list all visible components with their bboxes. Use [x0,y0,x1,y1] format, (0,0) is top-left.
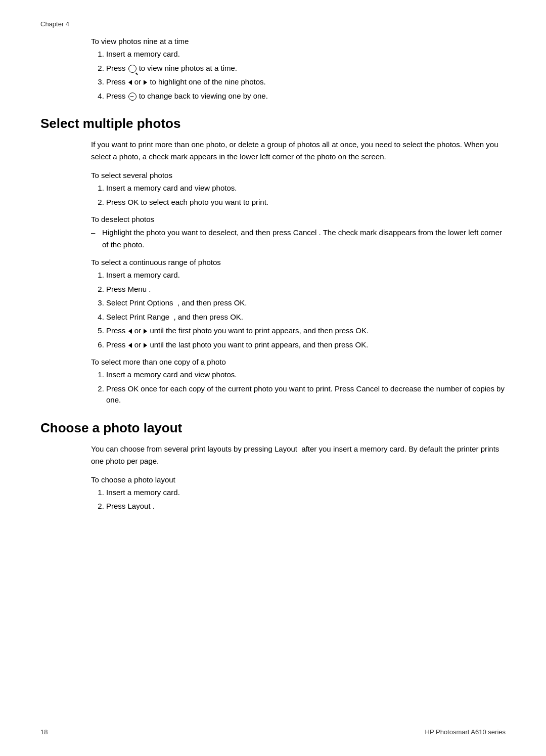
sub2-label: To deselect photos [91,215,506,224]
arrow-right-icon [144,329,147,334]
section1-heading: Select multiple photos [40,116,506,131]
list-item: Press to view nine photos at a time. [106,63,506,74]
press-label: Press [106,77,125,86]
section-select-multiple: Select multiple photos If you want to pr… [40,116,506,406]
arrow-left-icon [128,343,132,348]
arrow-left-icon [128,80,132,85]
list-item: Press or until the last photo you want t… [106,339,506,351]
press-label: Press [106,326,125,335]
sub4-list: Insert a memory card and view photos. Pr… [106,369,506,406]
section1-body: If you want to print more than one photo… [91,139,506,163]
product-name: HP Photosmart A610 series [425,728,506,736]
list-item: Highlight the photo you want to deselect… [91,227,506,251]
list-item: Press OK once for each copy of the curre… [106,383,506,406]
footer: 18 HP Photosmart A610 series [40,728,506,736]
page-number: 18 [40,728,48,736]
page: Chapter 4 To view photos nine at a time … [0,0,546,756]
list-item: Press or until the first photo you want … [106,325,506,337]
or-label: or [134,340,141,349]
list-item: Select Print Options , and then press OK… [106,297,506,309]
sub1-label: To choose a photo layout [91,475,506,484]
arrow-right-icon [144,343,147,348]
press-label: Press [106,92,125,100]
sub2-list: Highlight the photo you want to deselect… [91,227,506,251]
sub1-list: Insert a memory card. Press Layout . [106,487,506,512]
list-item: Press Menu . [106,284,506,295]
list-item: Press to change back to viewing one by o… [106,91,506,102]
intro-label: To view photos nine at a time [91,37,506,46]
list-item: Press or to highlight one of the nine ph… [106,76,506,88]
press-label: Press [106,64,125,72]
sub3-label: To select a continuous range of photos [91,258,506,266]
list-item: Insert a memory card and view photos. [106,183,506,194]
list-item: Press OK to select each photo you want t… [106,197,506,208]
sub1-list: Insert a memory card and view photos. Pr… [106,183,506,208]
list-item: Insert a memory card. [106,49,506,60]
section2-heading: Choose a photo layout [40,420,506,436]
list-item: Insert a memory card. [106,270,506,281]
or-label: or [134,326,141,335]
intro-list: Insert a memory card. Press to view nine… [106,49,506,102]
arrow-left-icon [128,329,132,334]
zoom-out-icon [128,93,136,101]
arrow-right-icon [144,80,147,85]
or-label: or [134,77,141,86]
list-item: Select Print Range , and then press OK. [106,312,506,323]
list-item: Press Layout . [106,501,506,512]
sub4-label: To select more than one copy of a photo [91,358,506,366]
list-item: Insert a memory card. [106,487,506,499]
list-item: Insert a memory card and view photos. [106,369,506,381]
sub1-label: To select several photos [91,171,506,180]
zoom-icon [128,65,136,73]
section2-body: You can choose from several print layout… [91,443,506,467]
intro-section: To view photos nine at a time Insert a m… [91,37,506,102]
section-photo-layout: Choose a photo layout You can choose fro… [40,420,506,512]
chapter-label: Chapter 4 [40,20,506,28]
sub3-list: Insert a memory card. Press Menu . Selec… [106,270,506,350]
press-label: Press [106,340,125,349]
